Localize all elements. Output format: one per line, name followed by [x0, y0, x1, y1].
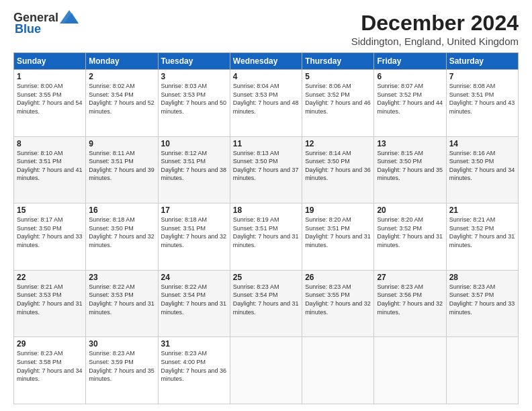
day-number: 22 [17, 273, 83, 282]
calendar-row: 29Sunrise: 8:23 AMSunset: 3:58 PMDayligh… [14, 337, 519, 404]
day-info: Sunrise: 8:21 AMSunset: 3:53 PMDaylight:… [17, 283, 83, 316]
table-row [230, 337, 302, 404]
day-info: Sunrise: 8:04 AMSunset: 3:53 PMDaylight:… [233, 82, 299, 116]
day-info: Sunrise: 8:02 AMSunset: 3:54 PMDaylight:… [89, 82, 154, 116]
day-info: Sunrise: 8:10 AMSunset: 3:51 PMDaylight:… [17, 149, 83, 183]
day-info: Sunrise: 8:14 AMSunset: 3:50 PMDaylight:… [305, 149, 371, 183]
table-row: 11Sunrise: 8:13 AMSunset: 3:50 PMDayligh… [230, 136, 302, 203]
day-info: Sunrise: 8:20 AMSunset: 3:52 PMDaylight:… [377, 216, 443, 249]
day-info: Sunrise: 8:18 AMSunset: 3:50 PMDaylight:… [89, 216, 154, 249]
day-number: 9 [89, 139, 154, 148]
day-number: 11 [233, 139, 299, 148]
header-friday: Friday [374, 53, 446, 70]
table-row: 6Sunrise: 8:07 AMSunset: 3:52 PMDaylight… [374, 70, 446, 137]
logo-blue: Blue [15, 22, 41, 36]
header-monday: Monday [86, 53, 158, 70]
table-row: 21Sunrise: 8:21 AMSunset: 3:52 PMDayligh… [446, 203, 518, 271]
day-info: Sunrise: 8:22 AMSunset: 3:54 PMDaylight:… [161, 283, 227, 316]
day-info: Sunrise: 8:23 AMSunset: 3:59 PMDaylight:… [89, 349, 154, 383]
table-row: 9Sunrise: 8:11 AMSunset: 3:51 PMDaylight… [86, 136, 158, 203]
header: General Blue December 2024 Siddington, E… [13, 11, 519, 47]
day-number: 16 [89, 205, 154, 215]
day-number: 7 [449, 72, 515, 81]
table-row: 20Sunrise: 8:20 AMSunset: 3:52 PMDayligh… [374, 203, 446, 271]
table-row: 31Sunrise: 8:23 AMSunset: 4:00 PMDayligh… [158, 337, 230, 404]
day-number: 2 [89, 72, 154, 81]
day-number: 4 [233, 72, 299, 81]
day-number: 14 [449, 139, 515, 148]
table-row: 17Sunrise: 8:18 AMSunset: 3:51 PMDayligh… [158, 203, 230, 271]
table-row [302, 337, 374, 404]
table-row: 18Sunrise: 8:19 AMSunset: 3:51 PMDayligh… [230, 203, 302, 271]
day-info: Sunrise: 8:08 AMSunset: 3:51 PMDaylight:… [449, 82, 515, 116]
table-row: 13Sunrise: 8:15 AMSunset: 3:50 PMDayligh… [374, 136, 446, 203]
day-number: 12 [305, 139, 371, 148]
day-info: Sunrise: 8:13 AMSunset: 3:50 PMDaylight:… [233, 149, 299, 183]
day-number: 27 [377, 273, 443, 282]
calendar-row: 1Sunrise: 8:00 AMSunset: 3:55 PMDaylight… [14, 70, 519, 137]
day-info: Sunrise: 8:12 AMSunset: 3:51 PMDaylight:… [161, 149, 227, 183]
day-info: Sunrise: 8:03 AMSunset: 3:53 PMDaylight:… [161, 82, 227, 116]
day-number: 21 [449, 205, 515, 215]
table-row: 16Sunrise: 8:18 AMSunset: 3:50 PMDayligh… [86, 203, 158, 271]
table-row [446, 337, 518, 404]
calendar-row: 15Sunrise: 8:17 AMSunset: 3:50 PMDayligh… [14, 203, 519, 271]
day-number: 3 [161, 72, 227, 81]
calendar-header-row: Sunday Monday Tuesday Wednesday Thursday… [14, 53, 519, 70]
location: Siddington, England, United Kingdom [351, 36, 519, 47]
day-number: 13 [377, 139, 443, 148]
day-number: 23 [89, 273, 154, 282]
logo-icon [60, 10, 79, 24]
day-number: 15 [17, 205, 83, 215]
day-number: 28 [449, 273, 515, 282]
table-row: 15Sunrise: 8:17 AMSunset: 3:50 PMDayligh… [14, 203, 86, 271]
day-number: 31 [161, 339, 227, 349]
day-info: Sunrise: 8:21 AMSunset: 3:52 PMDaylight:… [449, 216, 515, 249]
day-info: Sunrise: 8:06 AMSunset: 3:52 PMDaylight:… [305, 82, 371, 116]
day-info: Sunrise: 8:18 AMSunset: 3:51 PMDaylight:… [161, 216, 227, 249]
header-thursday: Thursday [302, 53, 374, 70]
table-row: 25Sunrise: 8:23 AMSunset: 3:54 PMDayligh… [230, 270, 302, 337]
day-info: Sunrise: 8:23 AMSunset: 3:54 PMDaylight:… [233, 283, 299, 316]
table-row: 3Sunrise: 8:03 AMSunset: 3:53 PMDaylight… [158, 70, 230, 137]
table-row: 4Sunrise: 8:04 AMSunset: 3:53 PMDaylight… [230, 70, 302, 137]
day-number: 17 [161, 205, 227, 215]
day-number: 26 [305, 273, 371, 282]
day-info: Sunrise: 8:19 AMSunset: 3:51 PMDaylight:… [233, 216, 299, 249]
table-row: 14Sunrise: 8:16 AMSunset: 3:50 PMDayligh… [446, 136, 518, 203]
table-row: 29Sunrise: 8:23 AMSunset: 3:58 PMDayligh… [14, 337, 86, 404]
day-info: Sunrise: 8:23 AMSunset: 3:56 PMDaylight:… [377, 283, 443, 316]
table-row [374, 337, 446, 404]
table-row: 1Sunrise: 8:00 AMSunset: 3:55 PMDaylight… [14, 70, 86, 137]
table-row: 24Sunrise: 8:22 AMSunset: 3:54 PMDayligh… [158, 270, 230, 337]
table-row: 30Sunrise: 8:23 AMSunset: 3:59 PMDayligh… [86, 337, 158, 404]
table-row: 26Sunrise: 8:23 AMSunset: 3:55 PMDayligh… [302, 270, 374, 337]
day-info: Sunrise: 8:11 AMSunset: 3:51 PMDaylight:… [89, 149, 154, 183]
table-row: 12Sunrise: 8:14 AMSunset: 3:50 PMDayligh… [302, 136, 374, 203]
day-info: Sunrise: 8:00 AMSunset: 3:55 PMDaylight:… [17, 82, 83, 116]
page: General Blue December 2024 Siddington, E… [0, 0, 532, 411]
table-row: 27Sunrise: 8:23 AMSunset: 3:56 PMDayligh… [374, 270, 446, 337]
table-row: 19Sunrise: 8:20 AMSunset: 3:51 PMDayligh… [302, 203, 374, 271]
calendar: Sunday Monday Tuesday Wednesday Thursday… [13, 52, 519, 404]
day-info: Sunrise: 8:17 AMSunset: 3:50 PMDaylight:… [17, 216, 83, 249]
table-row: 8Sunrise: 8:10 AMSunset: 3:51 PMDaylight… [14, 136, 86, 203]
day-info: Sunrise: 8:23 AMSunset: 3:57 PMDaylight:… [449, 283, 515, 316]
day-info: Sunrise: 8:20 AMSunset: 3:51 PMDaylight:… [305, 216, 371, 249]
day-number: 10 [161, 139, 227, 148]
day-info: Sunrise: 8:22 AMSunset: 3:53 PMDaylight:… [89, 283, 154, 316]
table-row: 2Sunrise: 8:02 AMSunset: 3:54 PMDaylight… [86, 70, 158, 137]
day-info: Sunrise: 8:07 AMSunset: 3:52 PMDaylight:… [377, 82, 443, 116]
day-info: Sunrise: 8:16 AMSunset: 3:50 PMDaylight:… [449, 149, 515, 183]
day-number: 29 [17, 339, 83, 349]
day-number: 19 [305, 205, 371, 215]
month-title: December 2024 [351, 11, 519, 36]
calendar-row: 22Sunrise: 8:21 AMSunset: 3:53 PMDayligh… [14, 270, 519, 337]
day-number: 30 [89, 339, 154, 349]
title-area: December 2024 Siddington, England, Unite… [351, 11, 519, 47]
table-row: 10Sunrise: 8:12 AMSunset: 3:51 PMDayligh… [158, 136, 230, 203]
day-number: 20 [377, 205, 443, 215]
day-info: Sunrise: 8:23 AMSunset: 3:55 PMDaylight:… [305, 283, 371, 316]
day-info: Sunrise: 8:23 AMSunset: 3:58 PMDaylight:… [17, 349, 83, 383]
day-number: 8 [17, 139, 83, 148]
